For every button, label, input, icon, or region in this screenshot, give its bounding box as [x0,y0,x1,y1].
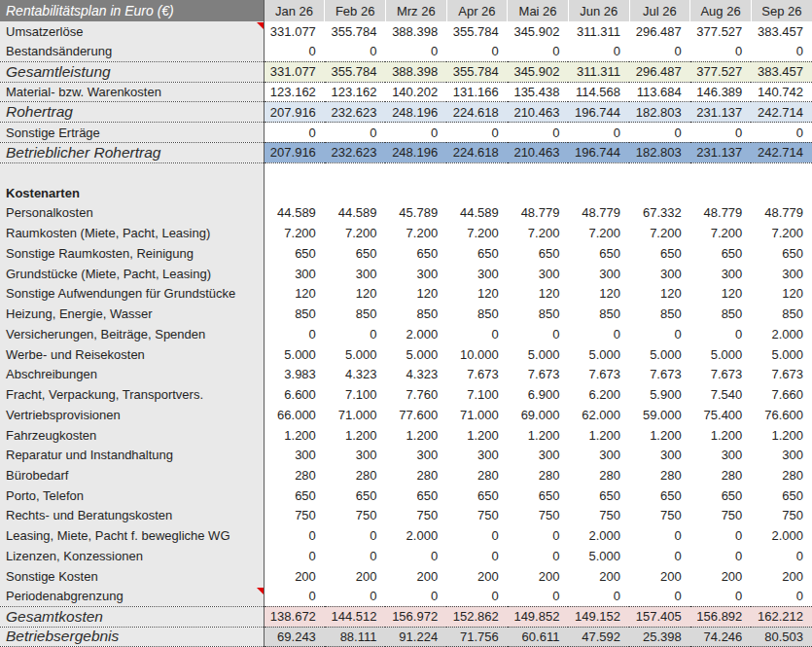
value-cell[interactable]: 0 [508,546,569,566]
value-cell[interactable]: 750 [508,506,569,526]
value-cell[interactable]: 300 [629,445,690,465]
value-cell[interactable]: 248.196 [385,142,446,162]
value-cell[interactable]: 48.779 [751,203,812,224]
value-cell[interactable]: 300 [385,445,446,465]
value-cell[interactable]: 120 [751,284,812,305]
value-cell[interactable] [446,162,508,183]
column-header-mrz[interactable]: Mrz 26 [385,0,446,21]
value-cell[interactable]: 0 [690,546,752,566]
value-cell[interactable]: 750 [385,506,446,526]
row-label[interactable]: Personalkosten [0,203,264,224]
value-cell[interactable]: 135.438 [508,82,569,102]
value-cell[interactable] [325,162,386,183]
value-cell[interactable]: 200 [446,566,508,587]
value-cell[interactable]: 45.789 [385,203,446,224]
value-cell[interactable]: 850 [751,304,812,324]
row-label[interactable]: Sonstige Erträge [0,123,264,143]
value-cell[interactable]: 4.323 [385,364,446,384]
value-cell[interactable]: 25.398 [629,627,690,647]
value-cell[interactable]: 200 [508,566,569,587]
value-cell[interactable]: 650 [264,243,325,264]
value-cell[interactable]: 67.332 [629,203,690,224]
value-cell[interactable]: 0 [446,42,508,62]
value-cell[interactable]: 300 [264,264,325,284]
value-cell[interactable]: 47.592 [568,627,629,647]
value-cell[interactable]: 300 [751,445,812,465]
value-cell[interactable]: 5.000 [508,344,569,365]
value-cell[interactable]: 331.077 [264,21,325,42]
value-cell[interactable]: 280 [690,465,752,485]
value-cell[interactable]: 120 [264,284,325,305]
value-cell[interactable]: 123.162 [264,82,325,102]
value-cell[interactable]: 7.540 [690,384,752,405]
value-cell[interactable]: 280 [508,465,569,485]
value-cell[interactable]: 0 [629,42,690,62]
value-cell[interactable]: 850 [325,304,386,324]
value-cell[interactable]: 10.000 [446,344,508,365]
value-cell[interactable]: 140.202 [385,82,446,102]
value-cell[interactable]: 62.000 [568,405,629,425]
value-cell[interactable]: 850 [385,304,446,324]
value-cell[interactable]: 7.200 [690,223,752,243]
value-cell[interactable]: 0 [629,123,690,143]
value-cell[interactable]: 280 [325,465,386,485]
value-cell[interactable]: 750 [264,506,325,526]
value-cell[interactable]: 44.589 [446,203,508,224]
value-cell[interactable]: 0 [629,525,690,546]
row-label[interactable]: Vertriebsprovisionen [0,405,264,425]
value-cell[interactable]: 156.972 [385,606,446,627]
value-cell[interactable]: 311.311 [568,21,629,42]
row-label[interactable]: Grundstücke (Miete, Pacht, Leasing) [0,264,264,284]
value-cell[interactable]: 224.618 [446,142,508,162]
value-cell[interactable] [690,162,752,183]
value-cell[interactable]: 0 [690,42,752,62]
row-label[interactable]: Werbe- und Reisekosten [0,344,264,365]
column-header-mai[interactable]: Mai 26 [508,0,569,21]
value-cell[interactable]: 383.457 [751,61,812,82]
value-cell[interactable]: 7.200 [446,223,508,243]
value-cell[interactable]: 750 [325,506,386,526]
row-label[interactable]: Bestandsänderung [0,42,264,62]
row-label[interactable]: Kostenarten [0,183,264,203]
value-cell[interactable]: 2.000 [568,525,629,546]
value-cell[interactable]: 300 [446,264,508,284]
value-cell[interactable]: 207.916 [264,142,325,162]
row-label[interactable]: Abschreibungen [0,364,264,384]
value-cell[interactable]: 0 [446,525,508,546]
row-label[interactable]: Reparatur und Instandhaltung [0,445,264,465]
value-cell[interactable]: 5.900 [629,384,690,405]
row-label[interactable]: Gesamtleistung [0,61,264,82]
value-cell[interactable]: 113.684 [629,82,690,102]
value-cell[interactable]: 5.000 [629,344,690,365]
row-label[interactable]: Leasing, Miete, Pacht f. bewegliche WG [0,525,264,546]
value-cell[interactable]: 650 [446,243,508,264]
value-cell[interactable]: 69.000 [508,405,569,425]
row-label[interactable]: Umsatzerlöse [0,21,264,42]
value-cell[interactable]: 0 [264,587,325,607]
value-cell[interactable]: 355.784 [446,61,508,82]
value-cell[interactable]: 149.152 [568,606,629,627]
value-cell[interactable] [508,162,569,183]
row-label[interactable]: Heizung, Energie, Wasser [0,304,264,324]
row-label[interactable]: Raumkosten (Miete, Pacht, Leasing) [0,223,264,243]
value-cell[interactable]: 123.162 [325,82,386,102]
value-cell[interactable]: 2.000 [385,324,446,344]
value-cell[interactable]: 162.212 [751,606,812,627]
value-cell[interactable]: 1.200 [385,425,446,446]
value-cell[interactable]: 232.623 [325,142,386,162]
row-label[interactable]: Sonstige Kosten [0,566,264,587]
value-cell[interactable]: 207.916 [264,102,325,123]
row-label[interactable]: Fracht, Verpackung, Transportvers. [0,384,264,405]
value-cell[interactable]: 388.398 [385,61,446,82]
value-cell[interactable]: 66.000 [264,405,325,425]
value-cell[interactable]: 0 [568,42,629,62]
value-cell[interactable]: 120 [690,284,752,305]
value-cell[interactable]: 296.487 [629,21,690,42]
value-cell[interactable]: 120 [508,284,569,305]
value-cell[interactable]: 300 [325,445,386,465]
value-cell[interactable]: 60.611 [508,627,569,647]
value-cell[interactable]: 750 [751,506,812,526]
value-cell[interactable]: 311.311 [568,61,629,82]
value-cell[interactable]: 7.673 [446,364,508,384]
row-label[interactable]: Material- bzw. Warenkosten [0,82,264,102]
